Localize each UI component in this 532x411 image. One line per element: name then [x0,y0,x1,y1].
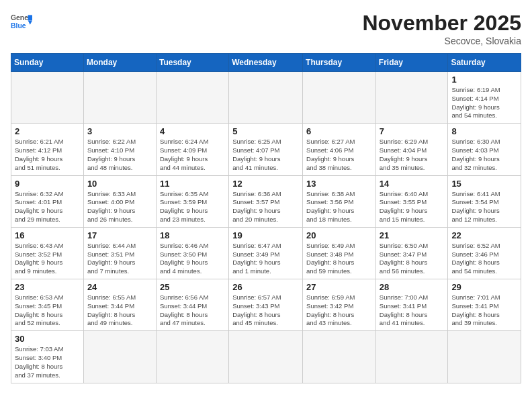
week-row-3: 9Sunrise: 6:32 AM Sunset: 4:01 PM Daylig… [11,175,521,227]
day-number: 22 [451,230,517,240]
calendar-cell: 20Sunrise: 6:49 AM Sunset: 3:48 PM Dayli… [303,227,376,279]
calendar-cell: 8Sunrise: 6:30 AM Sunset: 4:03 PM Daylig… [448,124,521,175]
day-number: 29 [451,282,517,292]
day-number: 26 [232,282,299,292]
day-info: Sunrise: 6:44 AM Sunset: 3:51 PM Dayligh… [87,242,152,276]
calendar-cell: 14Sunrise: 6:40 AM Sunset: 3:55 PM Dayli… [375,175,448,227]
day-number: 21 [380,230,445,240]
calendar-cell: 6Sunrise: 6:27 AM Sunset: 4:06 PM Daylig… [303,124,376,175]
calendar-cell: 17Sunrise: 6:44 AM Sunset: 3:51 PM Dayli… [83,227,156,279]
week-row-4: 16Sunrise: 6:43 AM Sunset: 3:52 PM Dayli… [11,227,521,279]
day-info: Sunrise: 6:41 AM Sunset: 3:54 PM Dayligh… [451,190,517,224]
calendar-cell [156,331,228,383]
calendar-cell [375,331,448,383]
calendar-cell [83,72,156,124]
calendar-cell: 7Sunrise: 6:29 AM Sunset: 4:04 PM Daylig… [375,124,448,175]
day-info: Sunrise: 6:46 AM Sunset: 3:50 PM Dayligh… [160,242,225,276]
calendar-cell: 10Sunrise: 6:33 AM Sunset: 4:00 PM Dayli… [83,175,156,227]
weekday-header-wednesday: Wednesday [229,54,303,72]
calendar-cell: 21Sunrise: 6:50 AM Sunset: 3:47 PM Dayli… [375,227,448,279]
day-number: 20 [306,230,372,240]
day-number: 16 [15,230,80,240]
day-number: 30 [15,334,80,344]
day-info: Sunrise: 6:43 AM Sunset: 3:52 PM Dayligh… [15,242,80,276]
day-info: Sunrise: 7:01 AM Sunset: 3:41 PM Dayligh… [451,293,517,328]
calendar-cell: 9Sunrise: 6:32 AM Sunset: 4:01 PM Daylig… [11,175,84,227]
calendar-cell [156,72,228,124]
weekday-header-row: SundayMondayTuesdayWednesdayThursdayFrid… [11,54,521,72]
calendar-cell: 2Sunrise: 6:21 AM Sunset: 4:12 PM Daylig… [11,124,84,175]
calendar-cell: 22Sunrise: 6:52 AM Sunset: 3:46 PM Dayli… [448,227,521,279]
day-number: 23 [15,282,80,292]
day-info: Sunrise: 6:40 AM Sunset: 3:55 PM Dayligh… [380,190,445,224]
day-info: Sunrise: 6:57 AM Sunset: 3:43 PM Dayligh… [232,293,299,328]
calendar-cell [303,72,376,124]
day-info: Sunrise: 7:03 AM Sunset: 3:40 PM Dayligh… [15,345,80,379]
calendar-cell: 23Sunrise: 6:53 AM Sunset: 3:45 PM Dayli… [11,279,84,331]
calendar-cell: 16Sunrise: 6:43 AM Sunset: 3:52 PM Dayli… [11,227,84,279]
calendar-cell: 25Sunrise: 6:56 AM Sunset: 3:44 PM Dayli… [156,279,228,331]
calendar-cell: 3Sunrise: 6:22 AM Sunset: 4:10 PM Daylig… [83,124,156,175]
day-number: 28 [380,282,445,292]
day-number: 8 [451,126,517,136]
day-number: 9 [15,179,80,189]
svg-text:Blue: Blue [11,22,26,30]
location: Secovce, Slovakia [362,36,521,46]
day-info: Sunrise: 6:25 AM Sunset: 4:07 PM Dayligh… [232,138,299,172]
calendar-cell: 27Sunrise: 6:59 AM Sunset: 3:42 PM Dayli… [303,279,376,331]
day-number: 17 [87,230,152,240]
day-number: 3 [87,126,152,136]
day-info: Sunrise: 6:32 AM Sunset: 4:01 PM Dayligh… [15,190,80,224]
weekday-header-saturday: Saturday [448,54,521,72]
day-number: 1 [451,75,517,85]
day-info: Sunrise: 6:19 AM Sunset: 4:14 PM Dayligh… [451,86,517,120]
calendar-cell [229,72,303,124]
day-number: 24 [87,282,152,292]
day-info: Sunrise: 6:56 AM Sunset: 3:44 PM Dayligh… [160,293,225,328]
logo-icon: General Blue [11,11,32,32]
week-row-2: 2Sunrise: 6:21 AM Sunset: 4:12 PM Daylig… [11,124,521,175]
calendar-cell [448,331,521,383]
day-number: 15 [451,179,517,189]
calendar-cell: 19Sunrise: 6:47 AM Sunset: 3:49 PM Dayli… [229,227,303,279]
week-row-1: 1Sunrise: 6:19 AM Sunset: 4:14 PM Daylig… [11,72,521,124]
page-header: General Blue November 2025 Secovce, Slov… [11,11,521,46]
svg-marker-3 [28,20,32,24]
day-number: 10 [87,179,152,189]
title-block: November 2025 Secovce, Slovakia [362,11,521,46]
day-number: 27 [306,282,372,292]
calendar-cell [375,72,448,124]
calendar-cell: 18Sunrise: 6:46 AM Sunset: 3:50 PM Dayli… [156,227,228,279]
day-info: Sunrise: 6:55 AM Sunset: 3:44 PM Dayligh… [87,293,152,328]
weekday-header-thursday: Thursday [303,54,376,72]
calendar-cell: 15Sunrise: 6:41 AM Sunset: 3:54 PM Dayli… [448,175,521,227]
calendar-cell: 29Sunrise: 7:01 AM Sunset: 3:41 PM Dayli… [448,279,521,331]
day-info: Sunrise: 6:35 AM Sunset: 3:59 PM Dayligh… [160,190,225,224]
calendar-cell: 13Sunrise: 6:38 AM Sunset: 3:56 PM Dayli… [303,175,376,227]
day-number: 13 [306,179,372,189]
calendar-cell [11,72,84,124]
day-number: 7 [380,126,445,136]
day-info: Sunrise: 6:36 AM Sunset: 3:57 PM Dayligh… [232,190,299,224]
calendar-cell: 11Sunrise: 6:35 AM Sunset: 3:59 PM Dayli… [156,175,228,227]
weekday-header-monday: Monday [83,54,156,72]
day-number: 5 [232,126,299,136]
svg-marker-2 [28,15,32,20]
weekday-header-tuesday: Tuesday [156,54,228,72]
day-number: 18 [160,230,225,240]
day-number: 2 [15,126,80,136]
day-info: Sunrise: 6:33 AM Sunset: 4:00 PM Dayligh… [87,190,152,224]
week-row-5: 23Sunrise: 6:53 AM Sunset: 3:45 PM Dayli… [11,279,521,331]
day-number: 12 [232,179,299,189]
day-info: Sunrise: 6:47 AM Sunset: 3:49 PM Dayligh… [232,242,299,276]
day-info: Sunrise: 6:53 AM Sunset: 3:45 PM Dayligh… [15,293,80,328]
day-info: Sunrise: 6:21 AM Sunset: 4:12 PM Dayligh… [15,138,80,172]
weekday-header-sunday: Sunday [11,54,84,72]
day-number: 6 [306,126,372,136]
day-info: Sunrise: 6:52 AM Sunset: 3:46 PM Dayligh… [451,242,517,276]
day-info: Sunrise: 6:29 AM Sunset: 4:04 PM Dayligh… [380,138,445,172]
day-number: 4 [160,126,225,136]
day-number: 11 [160,179,225,189]
calendar-cell [303,331,376,383]
day-info: Sunrise: 6:49 AM Sunset: 3:48 PM Dayligh… [306,242,372,276]
